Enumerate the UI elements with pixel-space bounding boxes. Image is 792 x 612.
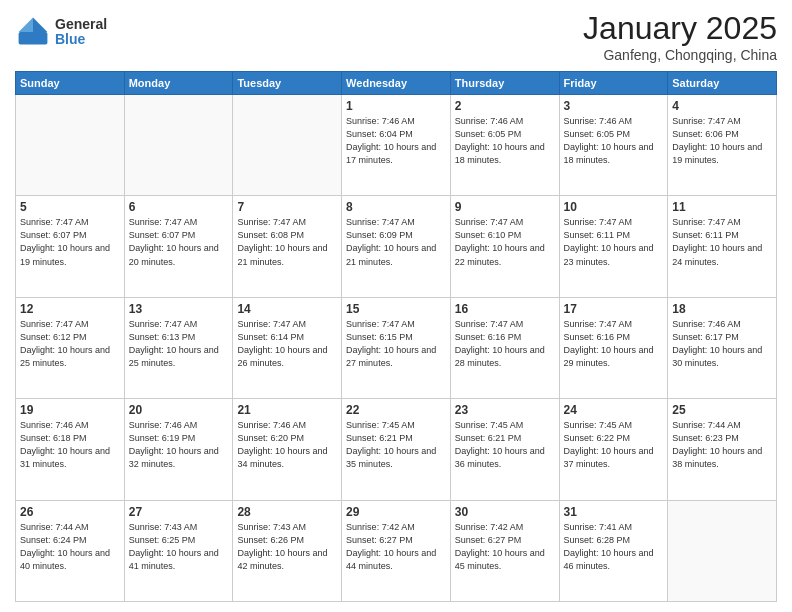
day-info: Sunrise: 7:45 AMSunset: 6:21 PMDaylight:… <box>346 419 446 471</box>
logo-text: General Blue <box>55 17 107 48</box>
calendar-cell <box>16 95 125 196</box>
calendar-cell: 16Sunrise: 7:47 AMSunset: 6:16 PMDayligh… <box>450 297 559 398</box>
day-number: 15 <box>346 302 446 316</box>
logo-general-label: General <box>55 17 107 32</box>
day-number: 21 <box>237 403 337 417</box>
day-number: 23 <box>455 403 555 417</box>
day-info: Sunrise: 7:41 AMSunset: 6:28 PMDaylight:… <box>564 521 664 573</box>
calendar-cell: 9Sunrise: 7:47 AMSunset: 6:10 PMDaylight… <box>450 196 559 297</box>
day-number: 28 <box>237 505 337 519</box>
weekday-header-wednesday: Wednesday <box>342 72 451 95</box>
logo-blue-label: Blue <box>55 32 107 47</box>
svg-rect-2 <box>19 32 48 45</box>
day-number: 4 <box>672 99 772 113</box>
day-info: Sunrise: 7:46 AMSunset: 6:18 PMDaylight:… <box>20 419 120 471</box>
day-number: 5 <box>20 200 120 214</box>
weekday-header-friday: Friday <box>559 72 668 95</box>
calendar-cell: 2Sunrise: 7:46 AMSunset: 6:05 PMDaylight… <box>450 95 559 196</box>
day-number: 6 <box>129 200 229 214</box>
week-row-2: 5Sunrise: 7:47 AMSunset: 6:07 PMDaylight… <box>16 196 777 297</box>
svg-marker-1 <box>19 18 33 32</box>
weekday-header-saturday: Saturday <box>668 72 777 95</box>
calendar-cell: 26Sunrise: 7:44 AMSunset: 6:24 PMDayligh… <box>16 500 125 601</box>
day-number: 20 <box>129 403 229 417</box>
month-title: January 2025 <box>583 10 777 47</box>
calendar-cell: 23Sunrise: 7:45 AMSunset: 6:21 PMDayligh… <box>450 399 559 500</box>
day-number: 10 <box>564 200 664 214</box>
weekday-header-sunday: Sunday <box>16 72 125 95</box>
day-info: Sunrise: 7:43 AMSunset: 6:25 PMDaylight:… <box>129 521 229 573</box>
calendar-cell: 8Sunrise: 7:47 AMSunset: 6:09 PMDaylight… <box>342 196 451 297</box>
calendar-cell: 15Sunrise: 7:47 AMSunset: 6:15 PMDayligh… <box>342 297 451 398</box>
day-info: Sunrise: 7:44 AMSunset: 6:23 PMDaylight:… <box>672 419 772 471</box>
svg-marker-0 <box>33 18 47 32</box>
calendar-cell: 25Sunrise: 7:44 AMSunset: 6:23 PMDayligh… <box>668 399 777 500</box>
day-info: Sunrise: 7:46 AMSunset: 6:04 PMDaylight:… <box>346 115 446 167</box>
calendar-cell: 18Sunrise: 7:46 AMSunset: 6:17 PMDayligh… <box>668 297 777 398</box>
calendar-cell: 4Sunrise: 7:47 AMSunset: 6:06 PMDaylight… <box>668 95 777 196</box>
logo-icon <box>15 14 51 50</box>
day-number: 25 <box>672 403 772 417</box>
calendar-cell: 17Sunrise: 7:47 AMSunset: 6:16 PMDayligh… <box>559 297 668 398</box>
day-info: Sunrise: 7:46 AMSunset: 6:17 PMDaylight:… <box>672 318 772 370</box>
day-info: Sunrise: 7:44 AMSunset: 6:24 PMDaylight:… <box>20 521 120 573</box>
calendar-table: SundayMondayTuesdayWednesdayThursdayFrid… <box>15 71 777 602</box>
day-number: 22 <box>346 403 446 417</box>
day-number: 24 <box>564 403 664 417</box>
day-info: Sunrise: 7:47 AMSunset: 6:07 PMDaylight:… <box>129 216 229 268</box>
day-number: 1 <box>346 99 446 113</box>
calendar-cell: 20Sunrise: 7:46 AMSunset: 6:19 PMDayligh… <box>124 399 233 500</box>
day-info: Sunrise: 7:45 AMSunset: 6:22 PMDaylight:… <box>564 419 664 471</box>
day-number: 12 <box>20 302 120 316</box>
calendar-cell <box>124 95 233 196</box>
calendar-cell: 30Sunrise: 7:42 AMSunset: 6:27 PMDayligh… <box>450 500 559 601</box>
week-row-5: 26Sunrise: 7:44 AMSunset: 6:24 PMDayligh… <box>16 500 777 601</box>
day-info: Sunrise: 7:46 AMSunset: 6:20 PMDaylight:… <box>237 419 337 471</box>
weekday-header-monday: Monday <box>124 72 233 95</box>
day-number: 16 <box>455 302 555 316</box>
day-info: Sunrise: 7:47 AMSunset: 6:13 PMDaylight:… <box>129 318 229 370</box>
day-info: Sunrise: 7:47 AMSunset: 6:12 PMDaylight:… <box>20 318 120 370</box>
calendar-cell: 14Sunrise: 7:47 AMSunset: 6:14 PMDayligh… <box>233 297 342 398</box>
day-number: 9 <box>455 200 555 214</box>
calendar-cell: 31Sunrise: 7:41 AMSunset: 6:28 PMDayligh… <box>559 500 668 601</box>
day-info: Sunrise: 7:47 AMSunset: 6:07 PMDaylight:… <box>20 216 120 268</box>
day-number: 30 <box>455 505 555 519</box>
day-number: 7 <box>237 200 337 214</box>
day-number: 27 <box>129 505 229 519</box>
week-row-3: 12Sunrise: 7:47 AMSunset: 6:12 PMDayligh… <box>16 297 777 398</box>
day-info: Sunrise: 7:47 AMSunset: 6:11 PMDaylight:… <box>672 216 772 268</box>
day-number: 14 <box>237 302 337 316</box>
calendar-cell: 5Sunrise: 7:47 AMSunset: 6:07 PMDaylight… <box>16 196 125 297</box>
day-info: Sunrise: 7:47 AMSunset: 6:10 PMDaylight:… <box>455 216 555 268</box>
day-info: Sunrise: 7:47 AMSunset: 6:16 PMDaylight:… <box>455 318 555 370</box>
day-info: Sunrise: 7:46 AMSunset: 6:05 PMDaylight:… <box>564 115 664 167</box>
calendar-cell: 29Sunrise: 7:42 AMSunset: 6:27 PMDayligh… <box>342 500 451 601</box>
calendar-cell: 7Sunrise: 7:47 AMSunset: 6:08 PMDaylight… <box>233 196 342 297</box>
day-number: 29 <box>346 505 446 519</box>
day-info: Sunrise: 7:47 AMSunset: 6:11 PMDaylight:… <box>564 216 664 268</box>
calendar-cell: 1Sunrise: 7:46 AMSunset: 6:04 PMDaylight… <box>342 95 451 196</box>
day-info: Sunrise: 7:45 AMSunset: 6:21 PMDaylight:… <box>455 419 555 471</box>
day-info: Sunrise: 7:42 AMSunset: 6:27 PMDaylight:… <box>346 521 446 573</box>
day-info: Sunrise: 7:42 AMSunset: 6:27 PMDaylight:… <box>455 521 555 573</box>
day-info: Sunrise: 7:47 AMSunset: 6:09 PMDaylight:… <box>346 216 446 268</box>
weekday-header-row: SundayMondayTuesdayWednesdayThursdayFrid… <box>16 72 777 95</box>
calendar-cell: 27Sunrise: 7:43 AMSunset: 6:25 PMDayligh… <box>124 500 233 601</box>
week-row-1: 1Sunrise: 7:46 AMSunset: 6:04 PMDaylight… <box>16 95 777 196</box>
day-info: Sunrise: 7:47 AMSunset: 6:08 PMDaylight:… <box>237 216 337 268</box>
day-number: 11 <box>672 200 772 214</box>
day-info: Sunrise: 7:47 AMSunset: 6:06 PMDaylight:… <box>672 115 772 167</box>
calendar-cell: 12Sunrise: 7:47 AMSunset: 6:12 PMDayligh… <box>16 297 125 398</box>
calendar-cell: 28Sunrise: 7:43 AMSunset: 6:26 PMDayligh… <box>233 500 342 601</box>
location-label: Ganfeng, Chongqing, China <box>583 47 777 63</box>
calendar-cell: 19Sunrise: 7:46 AMSunset: 6:18 PMDayligh… <box>16 399 125 500</box>
weekday-header-thursday: Thursday <box>450 72 559 95</box>
calendar-cell <box>668 500 777 601</box>
calendar-cell: 3Sunrise: 7:46 AMSunset: 6:05 PMDaylight… <box>559 95 668 196</box>
day-number: 31 <box>564 505 664 519</box>
day-number: 2 <box>455 99 555 113</box>
logo: General Blue <box>15 14 107 50</box>
day-number: 18 <box>672 302 772 316</box>
title-block: January 2025 Ganfeng, Chongqing, China <box>583 10 777 63</box>
